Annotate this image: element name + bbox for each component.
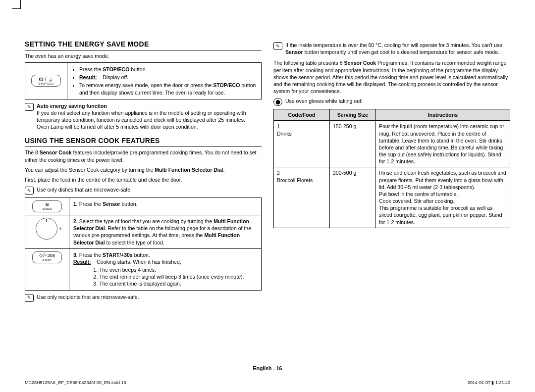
dial-illustration: - +: [25, 215, 69, 249]
sensor-intro-3: First, place the food in the centre of t…: [25, 176, 262, 183]
step-2: 2. Select the type of food that you are …: [69, 215, 262, 249]
energy-step-result: Result: Display off.: [79, 74, 257, 81]
heading-sensor-cook: USING THE SENSOR COOK FEATURES: [25, 136, 262, 147]
auto-energy-note: ✎ Auto energy saving function If you do …: [25, 102, 262, 131]
table-row: 1Drinks 150-250 g Pour the liquid (room-…: [274, 121, 510, 167]
step-1: 1. Press the Sensor button.: [69, 198, 262, 215]
sensor-intro-2: You can adjust the Sensor Cook category …: [25, 166, 262, 173]
left-column: SETTING THE ENERGY SAVE MODE The oven ha…: [25, 40, 262, 304]
step-3: 3. Press the START/+30s button. Result: …: [69, 248, 262, 290]
stop-eco-button-illustration: ⏻ / 🍃 STOP ECO: [25, 63, 67, 99]
th-code: Code/Food: [274, 109, 330, 121]
footer-filename: MC28H5125AK_EF_DE68-04234M-00_EN.indd 16: [25, 380, 126, 385]
th-instructions: Instructions: [376, 109, 510, 121]
page-number: English - 16: [0, 365, 535, 371]
microwave-safe-note-2: ✎ Use only recipients that are microwave…: [25, 294, 262, 302]
sensor-steps-table: ≋ Sensor 1. Press the Sensor button. - +: [25, 197, 262, 291]
note-icon: ✎: [25, 103, 34, 111]
note-icon: ✎: [273, 42, 282, 50]
oven-gloves-note: ⬤ Use oven gloves while taking out!: [273, 98, 510, 106]
energy-step-press: Press the STOP/ECO button.: [79, 66, 257, 73]
glove-icon: ⬤: [273, 98, 282, 106]
temp-note: ✎ If the inside temperature is over the …: [273, 42, 510, 55]
energy-save-intro: The oven has an energy save mode.: [25, 52, 262, 59]
heading-energy-save: SETTING THE ENERGY SAVE MODE: [25, 40, 262, 50]
microwave-safe-note-1: ✎ Use only dishes that are microwave-saf…: [25, 186, 262, 195]
sensor-intro-1: The 8 Sensor Cook features include/provi…: [25, 149, 262, 163]
right-column: ✎ If the inside temperature is over the …: [273, 40, 510, 304]
th-size: Serving Size: [330, 109, 376, 121]
sensor-button-illustration: ≋ Sensor: [25, 198, 69, 215]
start-button-illustration: ◇/+30s START: [25, 248, 69, 290]
note-icon: ✎: [25, 294, 34, 302]
note-icon: ✎: [25, 187, 34, 195]
energy-step-remove: To remove energy save mode, open the doo…: [79, 82, 257, 96]
sensor-cook-table: Code/Food Serving Size Instructions 1Dri…: [273, 109, 510, 228]
table-row: 2Broccoli Florets 200-500 g Rinse and cl…: [274, 167, 510, 228]
energy-save-box: ⏻ / 🍃 STOP ECO Press the STOP/ECO button…: [25, 62, 262, 99]
footer-timestamp: 2014-01-07 ▮ 1:21:40: [468, 380, 510, 385]
right-intro: The following table presents 8 Sensor Co…: [273, 59, 510, 95]
